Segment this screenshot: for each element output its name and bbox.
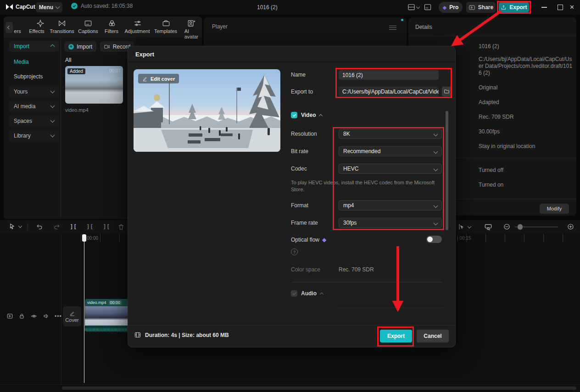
- toolbar-item-stickers-label[interactable]: ers: [14, 28, 21, 34]
- media-tab-all[interactable]: All: [65, 57, 71, 63]
- export-button-titlebar[interactable]: Export: [499, 2, 529, 13]
- delete-button[interactable]: [117, 223, 125, 231]
- player-menu-icon[interactable]: [389, 24, 396, 31]
- resolution-dropdown[interactable]: 8K: [339, 129, 442, 139]
- zoom-slider[interactable]: [515, 226, 558, 227]
- format-dropdown[interactable]: mp4: [339, 200, 442, 210]
- cover-preview: Edit cover: [134, 69, 280, 152]
- video-checkbox[interactable]: [291, 112, 297, 118]
- toolbar-item-filters[interactable]: [108, 19, 116, 28]
- dialog-export-label: Export: [387, 333, 405, 339]
- zoom-out-icon: [503, 223, 511, 231]
- toolbar-item-transitions-label[interactable]: Transitions: [50, 28, 74, 34]
- dialog-title: Export: [135, 51, 154, 58]
- menu-button[interactable]: Menu: [36, 2, 62, 12]
- name-input[interactable]: 1016 (2): [339, 70, 439, 80]
- close-button[interactable]: ✕: [569, 4, 574, 11]
- minimize-button[interactable]: [541, 7, 547, 8]
- toolbar-item-templates-label[interactable]: Templates: [154, 28, 177, 34]
- split-left-button[interactable]: ][: [86, 223, 94, 230]
- cover-button[interactable]: Cover: [63, 306, 81, 326]
- preview-axis-button[interactable]: [484, 223, 492, 231]
- bitrate-dropdown[interactable]: Recommended: [339, 146, 442, 156]
- capcut-window: CapCut Menu Auto saved: 16:05:38 1016 (2…: [0, 0, 580, 392]
- panel-toggle-button[interactable]: [424, 4, 432, 11]
- audio-checkbox[interactable]: [291, 290, 297, 297]
- edit-cover-label: Edit cover: [151, 76, 175, 82]
- undo-button[interactable]: [36, 223, 43, 231]
- toolbar-item-effects[interactable]: [37, 19, 45, 28]
- toolbar-item-adjustment[interactable]: [134, 19, 142, 28]
- layout-switch-button[interactable]: [407, 4, 419, 11]
- toolbar-item-captions-label[interactable]: Captions: [78, 28, 98, 34]
- toolbar-item-captions[interactable]: [84, 19, 92, 28]
- bitrate-value: Recommended: [343, 148, 380, 155]
- sidebar-item-ai-media[interactable]: AI media: [9, 101, 59, 112]
- transitions-icon: [58, 19, 66, 28]
- chevron-down-icon: [434, 149, 438, 154]
- capcut-logo: CapCut: [6, 4, 35, 10]
- zoom-in-button[interactable]: [567, 223, 574, 231]
- collapse-toolbar-button[interactable]: [6, 22, 13, 33]
- sidebar-item-library-label: Library: [14, 133, 31, 139]
- media-thumbnail[interactable]: Added 00:07: [65, 66, 123, 104]
- video-section-header[interactable]: Video: [291, 112, 322, 118]
- chevron-down-icon: [18, 224, 22, 228]
- toolbar-item-adjustment-label[interactable]: Adjustment: [124, 28, 150, 34]
- pro-button[interactable]: ◆ Pro: [439, 2, 463, 13]
- zoom-out-button[interactable]: [503, 223, 511, 231]
- audio-section-header[interactable]: Audio: [291, 290, 323, 297]
- dialog-cancel-button[interactable]: Cancel: [417, 330, 449, 342]
- chevron-down-icon: [50, 118, 55, 123]
- lock-icon[interactable]: [18, 313, 25, 320]
- sidebar-item-yours[interactable]: Yours: [9, 86, 59, 97]
- import-media-button[interactable]: + Import: [64, 41, 96, 52]
- templates-icon: [162, 19, 170, 28]
- codec-dropdown[interactable]: HEVC: [339, 164, 442, 174]
- framerate-value: 30fps: [343, 220, 357, 226]
- sidebar-item-import[interactable]: Import: [9, 41, 59, 52]
- sidebar-item-subprojects[interactable]: Subprojects: [14, 73, 43, 80]
- sidebar-item-library[interactable]: Library: [9, 130, 59, 141]
- preview-axis-icon: [484, 223, 492, 231]
- plus-icon: +: [68, 44, 74, 50]
- resolution-value: 8K: [343, 131, 350, 137]
- dialog-scrollbar[interactable]: [446, 111, 448, 230]
- undo-icon: [36, 223, 43, 231]
- redo-button[interactable]: [53, 223, 61, 231]
- optical-flow-toggle[interactable]: [426, 236, 442, 243]
- edit-cover-button[interactable]: Edit cover: [138, 74, 179, 83]
- select-tool-button[interactable]: [8, 223, 22, 230]
- main-track-icon[interactable]: [6, 313, 13, 320]
- modify-button[interactable]: Modify: [540, 204, 569, 214]
- eye-icon[interactable]: [30, 313, 38, 320]
- help-icon[interactable]: ?: [291, 248, 298, 255]
- toolbar-item-transitions[interactable]: [58, 19, 66, 28]
- export-to-value: C:/Users/bj/AppData/Local/CapCut/Vide…: [342, 88, 439, 95]
- more-icon[interactable]: •••: [55, 313, 62, 320]
- record-icon: [104, 44, 110, 50]
- browse-folder-button[interactable]: [442, 87, 452, 96]
- speaker-icon[interactable]: [43, 313, 50, 320]
- toolbar-item-templates[interactable]: [162, 19, 170, 28]
- pro-diamond-icon: ◆: [322, 237, 326, 243]
- split-right-button[interactable]: ][: [103, 223, 110, 230]
- snapping-button[interactable]: [457, 223, 471, 231]
- sidebar-item-spaces[interactable]: Spaces: [9, 116, 59, 127]
- clip-name: video.mp4: [87, 300, 106, 305]
- share-button[interactable]: Share: [466, 2, 496, 13]
- maximize-button[interactable]: [558, 5, 563, 10]
- toolbar-item-ai-avatar-label[interactable]: AI avatar: [184, 28, 199, 39]
- pro-diamond-icon: ◆: [443, 5, 446, 11]
- toolbar-item-filters-label[interactable]: Filters: [105, 28, 118, 34]
- edit-pencil-icon: [142, 76, 148, 82]
- toolbar-item-effects-label[interactable]: Effects: [29, 28, 44, 34]
- zoom-slider-handle[interactable]: [518, 224, 523, 230]
- toolbar-item-ai-avatar[interactable]: [187, 19, 195, 28]
- sidebar-item-media[interactable]: Media: [14, 59, 29, 65]
- framerate-dropdown[interactable]: 30fps: [339, 218, 442, 228]
- dialog-export-button[interactable]: Export: [380, 330, 412, 342]
- split-button[interactable]: ][: [70, 223, 77, 230]
- export-to-input[interactable]: C:/Users/bj/AppData/Local/CapCut/Vide…: [339, 87, 439, 96]
- timeline-hscrollbar[interactable]: [62, 386, 576, 390]
